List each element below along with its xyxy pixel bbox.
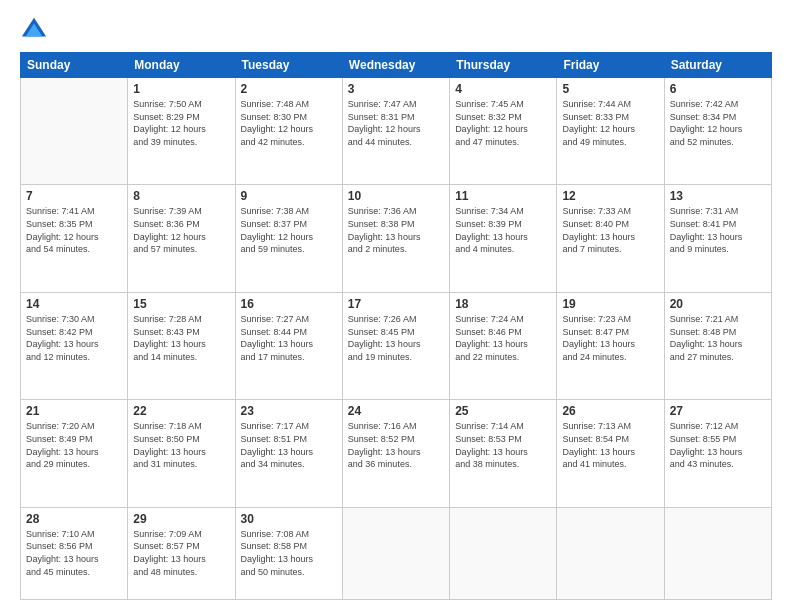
calendar-table: SundayMondayTuesdayWednesdayThursdayFrid… [20, 52, 772, 600]
header-friday: Friday [557, 53, 664, 78]
day-number: 25 [455, 404, 551, 418]
day-number: 13 [670, 189, 766, 203]
calendar-cell [450, 507, 557, 599]
day-number: 2 [241, 82, 337, 96]
calendar-cell: 26Sunrise: 7:13 AM Sunset: 8:54 PM Dayli… [557, 400, 664, 507]
day-info: Sunrise: 7:12 AM Sunset: 8:55 PM Dayligh… [670, 420, 766, 470]
day-number: 6 [670, 82, 766, 96]
calendar-cell: 24Sunrise: 7:16 AM Sunset: 8:52 PM Dayli… [342, 400, 449, 507]
header-tuesday: Tuesday [235, 53, 342, 78]
calendar-cell: 4Sunrise: 7:45 AM Sunset: 8:32 PM Daylig… [450, 78, 557, 185]
day-info: Sunrise: 7:33 AM Sunset: 8:40 PM Dayligh… [562, 205, 658, 255]
day-number: 30 [241, 512, 337, 526]
logo [20, 16, 52, 44]
day-info: Sunrise: 7:16 AM Sunset: 8:52 PM Dayligh… [348, 420, 444, 470]
logo-icon [20, 16, 48, 44]
day-info: Sunrise: 7:14 AM Sunset: 8:53 PM Dayligh… [455, 420, 551, 470]
day-info: Sunrise: 7:50 AM Sunset: 8:29 PM Dayligh… [133, 98, 229, 148]
day-number: 24 [348, 404, 444, 418]
calendar-cell: 27Sunrise: 7:12 AM Sunset: 8:55 PM Dayli… [664, 400, 771, 507]
calendar-cell: 25Sunrise: 7:14 AM Sunset: 8:53 PM Dayli… [450, 400, 557, 507]
calendar-cell: 7Sunrise: 7:41 AM Sunset: 8:35 PM Daylig… [21, 185, 128, 292]
day-info: Sunrise: 7:34 AM Sunset: 8:39 PM Dayligh… [455, 205, 551, 255]
day-number: 20 [670, 297, 766, 311]
calendar-cell: 20Sunrise: 7:21 AM Sunset: 8:48 PM Dayli… [664, 292, 771, 399]
day-number: 9 [241, 189, 337, 203]
day-number: 5 [562, 82, 658, 96]
day-info: Sunrise: 7:17 AM Sunset: 8:51 PM Dayligh… [241, 420, 337, 470]
header-monday: Monday [128, 53, 235, 78]
calendar-cell: 30Sunrise: 7:08 AM Sunset: 8:58 PM Dayli… [235, 507, 342, 599]
day-info: Sunrise: 7:41 AM Sunset: 8:35 PM Dayligh… [26, 205, 122, 255]
day-info: Sunrise: 7:31 AM Sunset: 8:41 PM Dayligh… [670, 205, 766, 255]
day-info: Sunrise: 7:21 AM Sunset: 8:48 PM Dayligh… [670, 313, 766, 363]
day-info: Sunrise: 7:18 AM Sunset: 8:50 PM Dayligh… [133, 420, 229, 470]
day-info: Sunrise: 7:27 AM Sunset: 8:44 PM Dayligh… [241, 313, 337, 363]
calendar-cell: 23Sunrise: 7:17 AM Sunset: 8:51 PM Dayli… [235, 400, 342, 507]
calendar-cell: 1Sunrise: 7:50 AM Sunset: 8:29 PM Daylig… [128, 78, 235, 185]
day-number: 17 [348, 297, 444, 311]
day-info: Sunrise: 7:47 AM Sunset: 8:31 PM Dayligh… [348, 98, 444, 148]
day-info: Sunrise: 7:23 AM Sunset: 8:47 PM Dayligh… [562, 313, 658, 363]
day-info: Sunrise: 7:13 AM Sunset: 8:54 PM Dayligh… [562, 420, 658, 470]
day-info: Sunrise: 7:30 AM Sunset: 8:42 PM Dayligh… [26, 313, 122, 363]
day-info: Sunrise: 7:45 AM Sunset: 8:32 PM Dayligh… [455, 98, 551, 148]
day-number: 10 [348, 189, 444, 203]
day-number: 8 [133, 189, 229, 203]
day-info: Sunrise: 7:26 AM Sunset: 8:45 PM Dayligh… [348, 313, 444, 363]
day-info: Sunrise: 7:09 AM Sunset: 8:57 PM Dayligh… [133, 528, 229, 578]
day-number: 23 [241, 404, 337, 418]
day-number: 19 [562, 297, 658, 311]
calendar-cell: 29Sunrise: 7:09 AM Sunset: 8:57 PM Dayli… [128, 507, 235, 599]
day-number: 21 [26, 404, 122, 418]
day-info: Sunrise: 7:28 AM Sunset: 8:43 PM Dayligh… [133, 313, 229, 363]
calendar-cell: 2Sunrise: 7:48 AM Sunset: 8:30 PM Daylig… [235, 78, 342, 185]
day-number: 27 [670, 404, 766, 418]
day-number: 28 [26, 512, 122, 526]
calendar-cell: 6Sunrise: 7:42 AM Sunset: 8:34 PM Daylig… [664, 78, 771, 185]
header-row: SundayMondayTuesdayWednesdayThursdayFrid… [21, 53, 772, 78]
calendar-cell: 15Sunrise: 7:28 AM Sunset: 8:43 PM Dayli… [128, 292, 235, 399]
header-sunday: Sunday [21, 53, 128, 78]
calendar-cell: 13Sunrise: 7:31 AM Sunset: 8:41 PM Dayli… [664, 185, 771, 292]
calendar-cell: 19Sunrise: 7:23 AM Sunset: 8:47 PM Dayli… [557, 292, 664, 399]
calendar-cell [664, 507, 771, 599]
header [20, 16, 772, 44]
day-number: 12 [562, 189, 658, 203]
day-number: 18 [455, 297, 551, 311]
calendar-cell: 5Sunrise: 7:44 AM Sunset: 8:33 PM Daylig… [557, 78, 664, 185]
calendar-cell: 10Sunrise: 7:36 AM Sunset: 8:38 PM Dayli… [342, 185, 449, 292]
day-number: 29 [133, 512, 229, 526]
calendar-cell: 8Sunrise: 7:39 AM Sunset: 8:36 PM Daylig… [128, 185, 235, 292]
day-number: 3 [348, 82, 444, 96]
day-info: Sunrise: 7:08 AM Sunset: 8:58 PM Dayligh… [241, 528, 337, 578]
day-number: 26 [562, 404, 658, 418]
page: SundayMondayTuesdayWednesdayThursdayFrid… [0, 0, 792, 612]
calendar-cell: 3Sunrise: 7:47 AM Sunset: 8:31 PM Daylig… [342, 78, 449, 185]
calendar-cell: 11Sunrise: 7:34 AM Sunset: 8:39 PM Dayli… [450, 185, 557, 292]
day-number: 22 [133, 404, 229, 418]
calendar-cell: 14Sunrise: 7:30 AM Sunset: 8:42 PM Dayli… [21, 292, 128, 399]
day-info: Sunrise: 7:24 AM Sunset: 8:46 PM Dayligh… [455, 313, 551, 363]
day-number: 16 [241, 297, 337, 311]
calendar-cell: 22Sunrise: 7:18 AM Sunset: 8:50 PM Dayli… [128, 400, 235, 507]
day-info: Sunrise: 7:48 AM Sunset: 8:30 PM Dayligh… [241, 98, 337, 148]
calendar-cell [557, 507, 664, 599]
day-number: 7 [26, 189, 122, 203]
calendar-cell: 28Sunrise: 7:10 AM Sunset: 8:56 PM Dayli… [21, 507, 128, 599]
calendar-cell: 9Sunrise: 7:38 AM Sunset: 8:37 PM Daylig… [235, 185, 342, 292]
header-saturday: Saturday [664, 53, 771, 78]
calendar-cell: 12Sunrise: 7:33 AM Sunset: 8:40 PM Dayli… [557, 185, 664, 292]
header-wednesday: Wednesday [342, 53, 449, 78]
day-info: Sunrise: 7:39 AM Sunset: 8:36 PM Dayligh… [133, 205, 229, 255]
day-info: Sunrise: 7:36 AM Sunset: 8:38 PM Dayligh… [348, 205, 444, 255]
day-info: Sunrise: 7:20 AM Sunset: 8:49 PM Dayligh… [26, 420, 122, 470]
day-number: 11 [455, 189, 551, 203]
day-info: Sunrise: 7:44 AM Sunset: 8:33 PM Dayligh… [562, 98, 658, 148]
day-number: 14 [26, 297, 122, 311]
calendar-cell: 17Sunrise: 7:26 AM Sunset: 8:45 PM Dayli… [342, 292, 449, 399]
calendar-cell [21, 78, 128, 185]
calendar-cell: 16Sunrise: 7:27 AM Sunset: 8:44 PM Dayli… [235, 292, 342, 399]
day-info: Sunrise: 7:42 AM Sunset: 8:34 PM Dayligh… [670, 98, 766, 148]
day-number: 15 [133, 297, 229, 311]
